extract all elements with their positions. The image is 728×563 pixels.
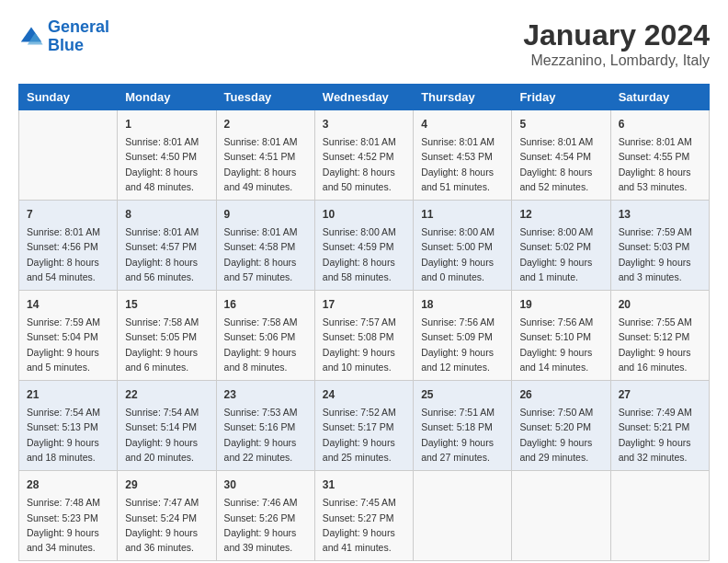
day-number: 3 (323, 116, 405, 132)
calendar-cell: 18Sunrise: 7:56 AMSunset: 5:09 PMDayligh… (414, 291, 512, 381)
title-block: January 2024 Mezzanino, Lombardy, Italy (523, 18, 710, 69)
day-header-wednesday: Wednesday (314, 85, 413, 110)
day-number: 5 (519, 116, 602, 132)
week-row-5: 28Sunrise: 7:48 AMSunset: 5:23 PMDayligh… (19, 471, 710, 561)
day-header-friday: Friday (512, 85, 610, 110)
calendar-cell: 20Sunrise: 7:55 AMSunset: 5:12 PMDayligh… (610, 291, 709, 381)
day-info: Sunrise: 7:56 AMSunset: 5:09 PMDaylight:… (421, 315, 504, 374)
day-info: Sunrise: 7:49 AMSunset: 5:21 PMDaylight:… (619, 405, 701, 465)
day-number: 12 (519, 206, 602, 223)
day-info: Sunrise: 7:59 AMSunset: 5:03 PMDaylight:… (619, 224, 701, 284)
day-number: 11 (421, 206, 504, 223)
day-number: 28 (27, 477, 109, 493)
calendar-cell: 23Sunrise: 7:53 AMSunset: 5:16 PMDayligh… (216, 381, 314, 471)
day-header-sunday: Sunday (19, 85, 118, 110)
day-number: 26 (519, 386, 602, 403)
calendar-cell: 12Sunrise: 8:00 AMSunset: 5:02 PMDayligh… (512, 201, 610, 291)
day-info: Sunrise: 8:00 AMSunset: 4:59 PMDaylight:… (323, 224, 405, 284)
week-row-1: 1Sunrise: 8:01 AMSunset: 4:50 PMDaylight… (19, 110, 710, 201)
day-info: Sunrise: 8:01 AMSunset: 4:52 PMDaylight:… (323, 134, 405, 194)
calendar-cell: 22Sunrise: 7:54 AMSunset: 5:14 PMDayligh… (118, 381, 216, 471)
calendar-cell: 19Sunrise: 7:56 AMSunset: 5:10 PMDayligh… (512, 291, 610, 381)
calendar-cell: 29Sunrise: 7:47 AMSunset: 5:24 PMDayligh… (118, 471, 216, 561)
day-info: Sunrise: 8:01 AMSunset: 4:56 PMDaylight:… (27, 224, 109, 284)
day-info: Sunrise: 7:54 AMSunset: 5:14 PMDaylight:… (125, 405, 208, 465)
day-number: 27 (619, 386, 701, 403)
calendar-cell: 7Sunrise: 8:01 AMSunset: 4:56 PMDaylight… (19, 201, 118, 291)
day-number: 23 (224, 386, 307, 403)
day-info: Sunrise: 7:47 AMSunset: 5:24 PMDaylight:… (125, 495, 208, 555)
day-number: 21 (27, 386, 109, 403)
calendar-cell: 2Sunrise: 8:01 AMSunset: 4:51 PMDaylight… (216, 110, 314, 201)
calendar-cell: 6Sunrise: 8:01 AMSunset: 4:55 PMDaylight… (610, 110, 709, 201)
day-info: Sunrise: 7:51 AMSunset: 5:18 PMDaylight:… (421, 405, 504, 465)
day-info: Sunrise: 7:53 AMSunset: 5:16 PMDaylight:… (224, 405, 307, 465)
calendar-cell: 28Sunrise: 7:48 AMSunset: 5:23 PMDayligh… (19, 471, 118, 561)
calendar-cell: 13Sunrise: 7:59 AMSunset: 5:03 PMDayligh… (610, 201, 709, 291)
day-info: Sunrise: 8:01 AMSunset: 4:51 PMDaylight:… (224, 134, 307, 194)
day-number: 16 (224, 296, 307, 313)
day-info: Sunrise: 7:55 AMSunset: 5:12 PMDaylight:… (619, 315, 701, 374)
day-number: 7 (27, 206, 109, 223)
calendar-cell: 21Sunrise: 7:54 AMSunset: 5:13 PMDayligh… (19, 381, 118, 471)
logo-text: General Blue (48, 18, 109, 55)
day-info: Sunrise: 7:58 AMSunset: 5:05 PMDaylight:… (125, 315, 208, 374)
calendar-cell: 3Sunrise: 8:01 AMSunset: 4:52 PMDaylight… (314, 110, 413, 201)
day-info: Sunrise: 7:46 AMSunset: 5:26 PMDaylight:… (224, 495, 307, 555)
calendar-cell (512, 471, 610, 561)
logo-line1: General (48, 17, 109, 36)
logo: General Blue (18, 18, 109, 55)
day-info: Sunrise: 7:58 AMSunset: 5:06 PMDaylight:… (224, 315, 307, 374)
calendar-cell (610, 471, 709, 561)
calendar-cell: 8Sunrise: 8:01 AMSunset: 4:57 PMDaylight… (118, 201, 216, 291)
day-header-thursday: Thursday (414, 85, 512, 110)
day-number: 14 (27, 296, 109, 313)
main-title: January 2024 (523, 18, 710, 52)
day-info: Sunrise: 7:48 AMSunset: 5:23 PMDaylight:… (27, 495, 109, 555)
day-info: Sunrise: 8:00 AMSunset: 5:00 PMDaylight:… (421, 224, 504, 284)
day-number: 24 (323, 386, 405, 403)
day-number: 29 (125, 477, 208, 493)
calendar-cell: 26Sunrise: 7:50 AMSunset: 5:20 PMDayligh… (512, 381, 610, 471)
day-info: Sunrise: 8:01 AMSunset: 4:57 PMDaylight:… (125, 224, 208, 284)
day-info: Sunrise: 7:59 AMSunset: 5:04 PMDaylight:… (27, 315, 109, 374)
logo-line2: Blue (48, 36, 84, 54)
logo-icon (18, 24, 44, 50)
day-number: 13 (619, 206, 701, 223)
day-number: 15 (125, 296, 208, 313)
calendar-cell: 24Sunrise: 7:52 AMSunset: 5:17 PMDayligh… (314, 381, 413, 471)
calendar-cell: 25Sunrise: 7:51 AMSunset: 5:18 PMDayligh… (414, 381, 512, 471)
day-info: Sunrise: 7:45 AMSunset: 5:27 PMDaylight:… (323, 495, 405, 555)
day-number: 10 (323, 206, 405, 223)
day-number: 22 (125, 386, 208, 403)
calendar-header-row: SundayMondayTuesdayWednesdayThursdayFrid… (19, 85, 710, 110)
day-number: 6 (619, 116, 701, 132)
week-row-2: 7Sunrise: 8:01 AMSunset: 4:56 PMDaylight… (19, 201, 710, 291)
calendar-cell: 30Sunrise: 7:46 AMSunset: 5:26 PMDayligh… (216, 471, 314, 561)
subtitle: Mezzanino, Lombardy, Italy (523, 52, 710, 69)
calendar-cell: 9Sunrise: 8:01 AMSunset: 4:58 PMDaylight… (216, 201, 314, 291)
day-number: 31 (323, 477, 405, 493)
calendar-cell: 15Sunrise: 7:58 AMSunset: 5:05 PMDayligh… (118, 291, 216, 381)
day-number: 9 (224, 206, 307, 223)
day-info: Sunrise: 7:56 AMSunset: 5:10 PMDaylight:… (519, 315, 602, 374)
day-header-monday: Monday (118, 85, 216, 110)
calendar-cell: 27Sunrise: 7:49 AMSunset: 5:21 PMDayligh… (610, 381, 709, 471)
day-number: 2 (224, 116, 307, 132)
calendar-cell: 5Sunrise: 8:01 AMSunset: 4:54 PMDaylight… (512, 110, 610, 201)
day-info: Sunrise: 8:01 AMSunset: 4:50 PMDaylight:… (125, 134, 208, 194)
day-info: Sunrise: 8:00 AMSunset: 5:02 PMDaylight:… (519, 224, 602, 284)
calendar-cell: 31Sunrise: 7:45 AMSunset: 5:27 PMDayligh… (314, 471, 413, 561)
day-number: 19 (519, 296, 602, 313)
day-header-tuesday: Tuesday (216, 85, 314, 110)
day-number: 25 (421, 386, 504, 403)
day-number: 8 (125, 206, 208, 223)
day-number: 1 (125, 116, 208, 132)
calendar-table: SundayMondayTuesdayWednesdayThursdayFrid… (18, 84, 710, 561)
page-header: General Blue January 2024 Mezzanino, Lom… (18, 18, 710, 69)
day-number: 17 (323, 296, 405, 313)
calendar-cell: 1Sunrise: 8:01 AMSunset: 4:50 PMDaylight… (118, 110, 216, 201)
day-info: Sunrise: 8:01 AMSunset: 4:55 PMDaylight:… (619, 134, 701, 194)
calendar-cell (414, 471, 512, 561)
day-header-saturday: Saturday (610, 85, 709, 110)
